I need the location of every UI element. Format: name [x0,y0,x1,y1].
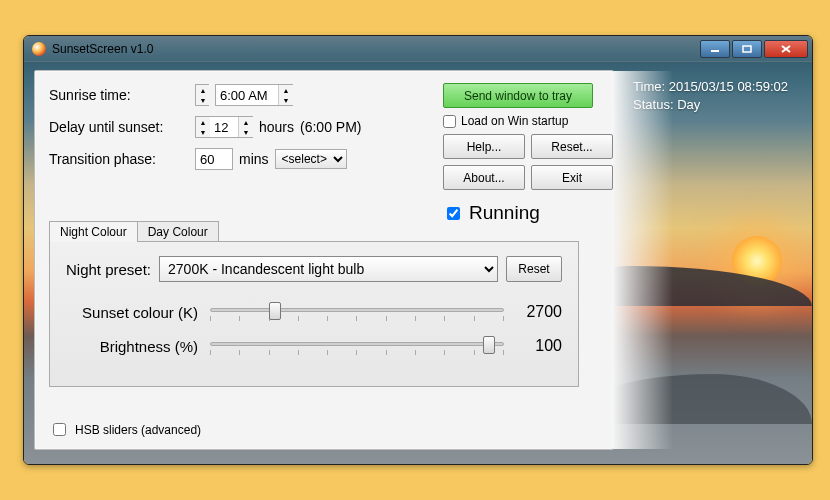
sunrise-spinner: ▲ ▼ [215,84,293,106]
sunset-colour-row: Sunset colour (K) 2700 [66,300,562,324]
exit-button[interactable]: Exit [531,165,613,190]
window-controls [698,40,808,58]
sunset-colour-label: Sunset colour (K) [66,304,198,321]
tab-body-night: Night preset: 2700K - Incandescent light… [49,241,579,387]
load-on-startup-row[interactable]: Load on Win startup [443,114,613,128]
slider-thumb[interactable] [483,336,495,354]
delay-derived-time: (6:00 PM) [300,119,361,135]
delay-stepper-left[interactable]: ▲ ▼ [196,117,210,137]
delay-spinner: ▲ ▼ ▲ ▼ [195,116,253,138]
sunrise-fine-stepper[interactable]: ▲ ▼ [278,85,292,105]
transition-unit: mins [239,151,269,167]
help-button[interactable]: Help... [443,134,525,159]
chevron-down-icon[interactable]: ▼ [196,95,210,105]
status-overlay: Time: 2015/03/15 08:59:02 Status: Day [633,78,788,114]
sunset-colour-value: 2700 [516,303,562,321]
action-column: Send window to tray Load on Win startup … [443,83,613,224]
delay-unit: hours [259,119,294,135]
delay-label: Delay until sunset: [49,119,189,135]
chevron-up-icon[interactable]: ▲ [196,117,210,127]
overlay-status: Status: Day [633,96,788,114]
slider-ticks [210,350,504,356]
transition-label: Transition phase: [49,151,189,167]
minimize-icon [710,45,720,53]
slider-ticks [210,316,504,322]
hsb-row[interactable]: HSB sliders (advanced) [49,420,201,439]
titlebar: SunsetScreen v1.0 [24,36,812,62]
transition-input[interactable] [195,148,233,170]
app-icon [32,42,46,56]
preset-reset-button[interactable]: Reset [506,256,562,282]
overlay-time: Time: 2015/03/15 08:59:02 [633,78,788,96]
maximize-icon [742,45,752,53]
preset-select[interactable]: 2700K - Incandescent light bulb [159,256,498,282]
load-on-startup-label: Load on Win startup [461,114,568,128]
sunrise-label: Sunrise time: [49,87,189,103]
delay-stepper-right[interactable]: ▲ ▼ [238,117,252,137]
preset-label: Night preset: [66,261,151,278]
app-window: SunsetScreen v1.0 Time: 2015/03/15 08:59… [23,35,813,465]
hsb-label: HSB sliders (advanced) [75,423,201,437]
chevron-down-icon[interactable]: ▼ [279,95,293,105]
brightness-row: Brightness (%) 100 [66,334,562,358]
delay-input[interactable] [210,117,238,137]
running-checkbox[interactable] [447,207,460,220]
reset-button[interactable]: Reset... [531,134,613,159]
chevron-up-icon[interactable]: ▲ [196,85,210,95]
slider-thumb[interactable] [269,302,281,320]
chevron-up-icon[interactable]: ▲ [239,117,253,127]
load-on-startup-checkbox[interactable] [443,115,456,128]
brightness-value: 100 [516,337,562,355]
close-button[interactable] [764,40,808,58]
window-title: SunsetScreen v1.0 [52,42,153,56]
tab-day-colour[interactable]: Day Colour [137,221,219,242]
chevron-down-icon[interactable]: ▼ [196,127,210,137]
slider-track [210,308,504,312]
preset-row: Night preset: 2700K - Incandescent light… [66,256,562,282]
chevron-down-icon[interactable]: ▼ [239,127,253,137]
svg-rect-1 [743,46,751,52]
sunset-colour-slider[interactable] [210,300,504,324]
maximize-button[interactable] [732,40,762,58]
transition-select[interactable]: <select> [275,149,347,169]
sunrise-big-stepper[interactable]: ▲ ▼ [195,84,209,106]
tab-strip: Night Colour Day Colour [49,221,579,242]
minimize-button[interactable] [700,40,730,58]
brightness-slider[interactable] [210,334,504,358]
brightness-label: Brightness (%) [66,338,198,355]
send-to-tray-button[interactable]: Send window to tray [443,83,593,108]
about-button[interactable]: About... [443,165,525,190]
close-icon [780,44,792,54]
tab-night-colour[interactable]: Night Colour [49,221,138,242]
hsb-checkbox[interactable] [53,423,66,436]
main-panel: Sunrise time: ▲ ▼ ▲ ▼ Delay until sunset… [34,70,614,450]
chevron-up-icon[interactable]: ▲ [279,85,293,95]
sunrise-input[interactable] [216,85,278,105]
slider-track [210,342,504,346]
colour-tabs: Night Colour Day Colour Night preset: 27… [49,221,579,388]
